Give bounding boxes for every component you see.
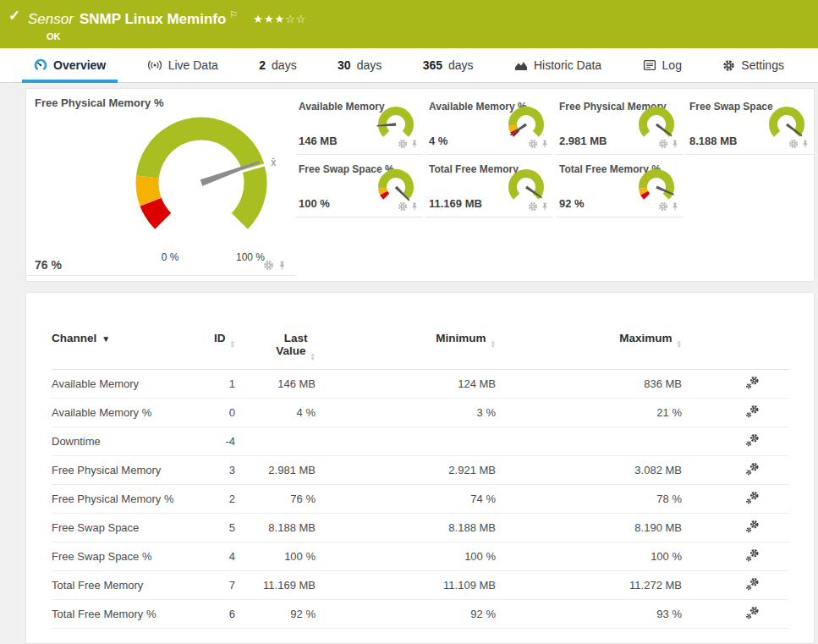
channel-table-row: Free Physical Memory % 2 76 % 74 % 78 % <box>52 485 789 514</box>
tab-overview[interactable]: Overview <box>22 48 118 82</box>
channel-gauge-tile[interactable]: Total Free Memory % 92 % <box>556 155 683 217</box>
gear-icon[interactable] <box>788 139 799 149</box>
svg-text:x̄: x̄ <box>271 157 276 168</box>
gear-icon[interactable] <box>528 139 538 149</box>
gear-icon[interactable] <box>263 260 274 271</box>
channel-settings-icon[interactable] <box>745 405 760 419</box>
column-label: Maximum <box>619 332 672 344</box>
channel-minimum: 100 % <box>316 542 496 571</box>
channel-id: 5 <box>187 514 235 542</box>
channel-settings-icon[interactable] <box>745 433 760 448</box>
area-chart-icon <box>514 59 528 71</box>
channel-name: Free Swap Space % <box>52 542 187 571</box>
tab-30-days[interactable]: 30 days <box>326 48 393 82</box>
tab-label: Settings <box>741 58 784 72</box>
channel-name: Downtime <box>52 427 187 456</box>
channel-maximum: 3.082 MB <box>496 456 682 485</box>
channel-maximum: 78 % <box>496 485 682 514</box>
pin-icon[interactable] <box>671 201 679 212</box>
channel-gauge-tile[interactable]: Free Swap Space 8.188 MB <box>686 92 814 155</box>
gear-icon[interactable] <box>658 201 668 212</box>
channel-gauge-title: Total Free Memory <box>429 163 519 175</box>
channel-id: 4 <box>187 542 235 571</box>
channel-gauge-tile[interactable]: Free Physical Memory 2.981 MB <box>556 92 683 155</box>
channel-table-panel: Channel▼ ID▲▼ Last Value▲▼ Minimum▲▼ Max… <box>25 292 815 644</box>
tab-live-data[interactable]: Live Data <box>135 48 230 82</box>
channel-settings-icon[interactable] <box>745 462 760 476</box>
tab-2-days[interactable]: 2 days <box>247 48 308 82</box>
channel-last-value: 11.169 MB <box>235 571 316 600</box>
priority-stars[interactable]: ★★★☆☆ <box>253 13 306 25</box>
column-label: ID <box>214 332 226 344</box>
flag-icon[interactable]: ⚐ <box>229 9 238 19</box>
gauge-icon <box>34 58 47 72</box>
column-label: Last <box>276 332 316 344</box>
pin-icon[interactable] <box>671 139 679 149</box>
tab-historic-data[interactable]: Historic Data <box>502 48 613 82</box>
pin-icon[interactable] <box>410 139 419 149</box>
channel-id: 6 <box>187 600 235 629</box>
column-header-channel[interactable]: Channel▼ <box>52 310 187 370</box>
channel-id: 1 <box>187 370 235 399</box>
pin-icon[interactable] <box>410 201 419 212</box>
channel-gauge-tile[interactable]: Available Memory % 4 % <box>425 92 553 155</box>
column-header-maximum[interactable]: Maximum▲▼ <box>496 310 682 370</box>
channel-gauge-value: 146 MB <box>299 135 338 147</box>
gauges-panel: Free Physical Memory % x̄ 0 % 100 % 76 %… <box>25 88 815 282</box>
sort-icon: ▲▼ <box>491 339 496 348</box>
channel-table-row: Free Swap Space % 4 100 % 100 % 100 % <box>52 542 789 571</box>
channel-table-row: Available Memory % 0 4 % 3 % 21 % <box>52 399 789 427</box>
channel-last-value: 146 MB <box>235 370 316 399</box>
pin-icon[interactable] <box>277 260 287 271</box>
pin-icon[interactable] <box>801 139 810 149</box>
sensor-status-badge: OK <box>28 31 818 41</box>
broadcast-icon <box>147 59 162 71</box>
channel-gauge-value: 2.981 MB <box>559 135 607 147</box>
channel-settings-icon[interactable] <box>745 491 760 505</box>
tab-log[interactable]: Log <box>631 48 694 82</box>
channel-minimum: 92 % <box>316 600 496 629</box>
sensor-header: ✓ SensorSNMP Linux Meminfo⚐★★★☆☆ OK <box>0 0 818 48</box>
pin-icon[interactable] <box>541 201 549 212</box>
gear-icon[interactable] <box>398 139 408 149</box>
column-label: Channel <box>52 332 96 344</box>
channel-gauge-tile[interactable]: Total Free Memory 11.169 MB <box>425 155 553 217</box>
channel-settings-icon[interactable] <box>745 548 760 563</box>
object-kind-label: Sensor <box>28 11 74 27</box>
pin-icon[interactable] <box>541 139 549 149</box>
sort-icon: ▲▼ <box>310 352 316 361</box>
channel-maximum <box>496 427 682 456</box>
channel-table-row: Free Physical Memory 3 2.981 MB 2.921 MB… <box>52 456 789 485</box>
tab-bar: Overview Live Data 2 days 30 days 365 da… <box>0 48 818 83</box>
channel-settings-icon[interactable] <box>745 376 760 390</box>
tab-label: Historic Data <box>534 58 601 72</box>
gear-icon[interactable] <box>658 139 668 149</box>
tab-label: Live Data <box>168 58 218 72</box>
channel-settings-icon[interactable] <box>745 577 760 592</box>
column-header-last-value[interactable]: Last Value▲▼ <box>235 310 316 370</box>
channel-settings-icon[interactable] <box>745 520 760 534</box>
tab-settings[interactable]: Settings <box>711 48 796 82</box>
sort-icon: ▲▼ <box>230 339 235 348</box>
channel-maximum: 93 % <box>496 600 682 629</box>
gear-icon[interactable] <box>528 201 538 212</box>
gear-icon[interactable] <box>398 201 408 212</box>
channel-maximum: 11.272 MB <box>496 571 682 600</box>
channel-gauge-tile[interactable]: Free Swap Space % 100 % <box>295 155 423 217</box>
channel-gauge-chart <box>376 103 416 144</box>
channel-settings-icon[interactable] <box>745 606 760 620</box>
channel-name: Total Free Memory % <box>52 600 187 629</box>
sort-desc-icon: ▼ <box>102 334 110 344</box>
channel-table-row: Free Swap Space 5 8.188 MB 8.188 MB 8.19… <box>52 514 789 542</box>
channel-gauge-value: 4 % <box>429 135 447 147</box>
channel-name: Free Physical Memory % <box>52 485 187 514</box>
channel-last-value: 4 % <box>235 399 316 427</box>
channel-gauge-tile[interactable]: Available Memory 146 MB <box>295 92 423 155</box>
channel-table-row: Total Free Memory % 6 92 % 92 % 93 % <box>52 600 789 629</box>
column-header-minimum[interactable]: Minimum▲▼ <box>316 310 496 370</box>
tab-number: 365 <box>423 58 442 72</box>
column-header-id[interactable]: ID▲▼ <box>187 310 235 370</box>
gauge-min-label: 0 % <box>149 251 191 263</box>
channel-gauge-chart <box>766 103 807 144</box>
tab-365-days[interactable]: 365 days <box>411 48 486 82</box>
